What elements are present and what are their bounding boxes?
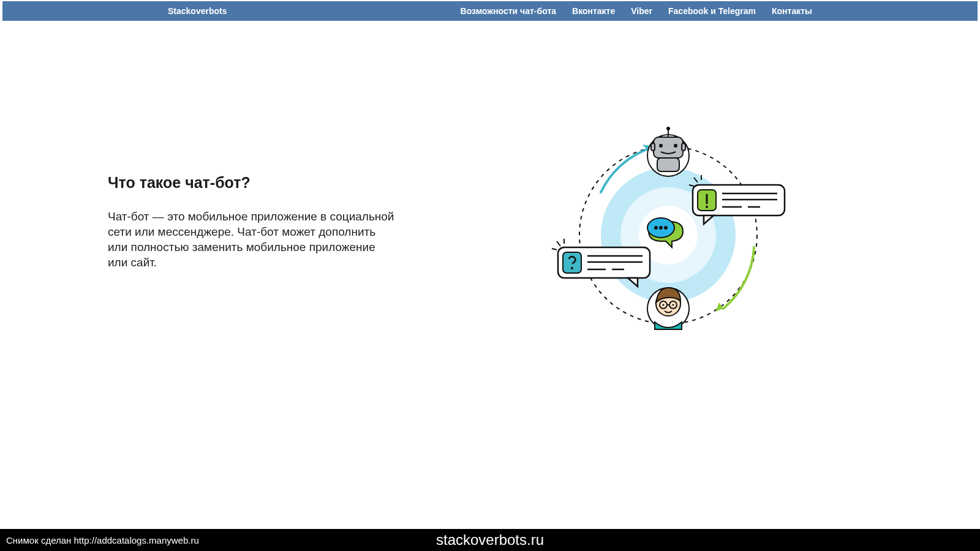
svg-point-14 bbox=[659, 144, 663, 148]
nav-links: Возможности чат-бота Вконтакте Viber Fac… bbox=[461, 6, 812, 16]
page-paragraph: Чат-бот — это мобильное приложение в соц… bbox=[108, 209, 396, 270]
footer-domain: stackoverbots.ru bbox=[436, 531, 544, 549]
nav-link-fb-telegram[interactable]: Facebook и Telegram bbox=[668, 6, 756, 16]
svg-point-25 bbox=[673, 304, 674, 306]
svg-point-30 bbox=[706, 206, 708, 208]
person-icon bbox=[647, 288, 689, 329]
svg-point-24 bbox=[663, 304, 665, 306]
svg-point-9 bbox=[664, 226, 668, 230]
svg-rect-17 bbox=[682, 143, 685, 151]
svg-point-41 bbox=[571, 267, 573, 269]
page-heading: Что такое чат-бот? bbox=[108, 174, 396, 192]
brand-logo[interactable]: Stackoverbots bbox=[168, 6, 227, 16]
footer-bar: Снимок сделан http://addcatalogs.manyweb… bbox=[0, 529, 980, 551]
chatbot-illustration-icon bbox=[540, 119, 797, 351]
svg-rect-16 bbox=[651, 143, 655, 151]
nav-link-features[interactable]: Возможности чат-бота bbox=[461, 6, 556, 16]
svg-point-8 bbox=[659, 226, 663, 230]
nav-link-contacts[interactable]: Контакты bbox=[772, 6, 812, 16]
main-content: Что такое чат-бот? Чат-бот — это мобильн… bbox=[2, 21, 978, 351]
svg-point-13 bbox=[666, 127, 670, 130]
footer-left-text: Снимок сделан http://addcatalogs.manyweb… bbox=[0, 535, 199, 545]
navbar: Stackoverbots Возможности чат-бота Вконт… bbox=[2, 1, 978, 21]
nav-link-vk[interactable]: Вконтакте bbox=[572, 6, 615, 16]
illustration-column bbox=[420, 119, 916, 351]
svg-rect-40 bbox=[563, 252, 581, 273]
svg-line-46 bbox=[557, 241, 560, 246]
svg-point-15 bbox=[674, 144, 677, 148]
robot-icon bbox=[647, 127, 689, 176]
nav-link-viber[interactable]: Viber bbox=[631, 6, 652, 16]
svg-point-7 bbox=[654, 226, 658, 230]
svg-rect-11 bbox=[654, 137, 683, 158]
svg-rect-18 bbox=[657, 158, 679, 171]
text-column: Что такое чат-бот? Чат-бот — это мобильн… bbox=[108, 119, 396, 270]
svg-marker-5 bbox=[715, 302, 723, 312]
svg-line-47 bbox=[552, 249, 557, 250]
